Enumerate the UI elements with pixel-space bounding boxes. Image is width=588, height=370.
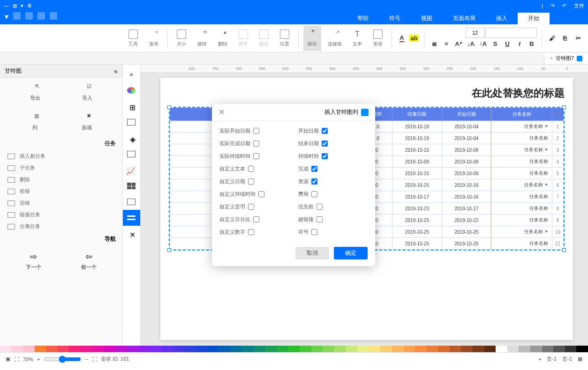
clear-format-icon[interactable]: Aˣ [453, 39, 464, 49]
rotate-button[interactable]: ⟲旋转 [193, 26, 211, 51]
zoom-slider[interactable] [44, 355, 81, 363]
nav-prev-button[interactable]: ⇦前一个 [81, 252, 97, 271]
italic-icon[interactable]: I [514, 39, 525, 49]
tab-symbol[interactable]: 符号 [379, 13, 411, 24]
color-swatch[interactable] [11, 346, 23, 352]
dialog-close-icon[interactable]: ✕ [219, 108, 225, 117]
qat-window4-icon[interactable] [13, 12, 21, 20]
color-swatch[interactable] [115, 346, 127, 352]
vt-gantt-icon[interactable] [122, 210, 140, 226]
column-checkbox[interactable]: 自定义百分比 [219, 216, 289, 223]
color-swatch[interactable] [530, 346, 542, 352]
color-swatch[interactable] [35, 346, 46, 352]
color-swatch[interactable] [81, 346, 92, 352]
column-checkbox[interactable]: 结束日期 [298, 140, 368, 147]
column-checkbox[interactable]: 符号 [298, 229, 368, 236]
color-swatch[interactable] [357, 346, 369, 352]
color-swatch[interactable] [219, 346, 231, 352]
align-icon[interactable]: ≣ [429, 39, 439, 49]
paint-icon[interactable]: 🖌 [547, 33, 557, 44]
zoom-value[interactable]: 70% [23, 356, 33, 362]
font-size-select[interactable] [466, 28, 484, 38]
page-select[interactable]: 页-1 [547, 355, 557, 363]
color-swatch[interactable] [46, 346, 58, 352]
color-swatch[interactable] [184, 346, 196, 352]
color-swatch[interactable] [369, 346, 381, 352]
tab-start[interactable]: 开始 [518, 13, 550, 24]
color-swatch[interactable] [380, 346, 392, 352]
color-swatch[interactable] [288, 346, 300, 352]
strike-icon[interactable]: S [490, 39, 500, 49]
task-item[interactable]: 删除 [0, 174, 122, 185]
column-checkbox[interactable]: 自定义文本 [219, 165, 289, 172]
color-swatch[interactable] [461, 346, 473, 352]
doc-tab-close-icon[interactable]: × [550, 56, 553, 61]
vt-chart-icon[interactable]: 📈 [122, 162, 140, 178]
color-swatch[interactable] [58, 346, 69, 352]
tab-view[interactable]: 视图 [411, 13, 443, 24]
task-item[interactable]: 分离任务 [0, 221, 122, 232]
vt-page-icon[interactable] [122, 146, 140, 162]
underline-icon[interactable]: U [502, 39, 513, 49]
color-swatch[interactable] [404, 346, 415, 352]
vt-shapes-icon[interactable]: ⊞ [122, 98, 140, 114]
column-checkbox[interactable]: 自定义持续时间 [219, 191, 289, 198]
font-color-icon[interactable]: A [397, 33, 407, 44]
zoom-out-icon[interactable]: − [85, 356, 88, 362]
color-swatch[interactable] [265, 346, 277, 352]
shape-fill-button[interactable]: 形状 [369, 26, 387, 51]
apps-icon[interactable]: ⊞ [13, 3, 17, 9]
task-item[interactable]: 子任务 [0, 162, 122, 174]
present-icon[interactable]: ▣ [6, 356, 10, 362]
color-swatch[interactable] [92, 346, 104, 352]
color-swatch[interactable] [553, 346, 565, 352]
color-swatch[interactable] [23, 346, 35, 352]
color-swatch[interactable] [334, 346, 346, 352]
columns-button[interactable]: ▥列 [30, 113, 39, 131]
color-swatch[interactable] [484, 346, 496, 352]
column-checkbox[interactable]: 优先权 [298, 203, 368, 210]
zoom-in-icon[interactable]: + [37, 356, 40, 362]
color-swatch[interactable] [150, 346, 161, 352]
qat-dropdown-icon[interactable]: ▾ [5, 12, 8, 21]
doc-tab[interactable]: 甘特图7 × [544, 53, 588, 64]
color-swatch[interactable] [242, 346, 254, 352]
color-swatch[interactable] [0, 346, 11, 352]
canvas[interactable]: 0501001502002503003504004505005506006507… [141, 65, 588, 346]
color-swatch[interactable] [323, 346, 334, 352]
column-checkbox[interactable]: 实际持续时间 [219, 153, 289, 160]
page-title[interactable]: 在此处替换您的标题 [169, 86, 565, 100]
column-checkbox[interactable]: 自定义货币 [219, 203, 289, 210]
column-checkbox[interactable]: 超链接 [298, 216, 368, 223]
color-swatch[interactable] [254, 346, 265, 352]
column-checkbox[interactable]: 持续时间 [298, 153, 368, 160]
panel-collapse-icon[interactable]: » [114, 67, 118, 75]
task-item[interactable]: 前移 [0, 185, 122, 197]
color-swatch[interactable] [542, 346, 554, 352]
size-button[interactable]: 大小 [173, 26, 190, 51]
fullscreen-icon[interactable]: ⛶ [14, 356, 19, 362]
color-swatch[interactable] [69, 346, 81, 352]
export-button[interactable]: ⇱导出 [30, 83, 40, 102]
color-swatch[interactable] [138, 346, 150, 352]
minimize-icon[interactable]: — [4, 3, 9, 8]
add-page-icon[interactable]: + [538, 356, 541, 362]
vt-layers-icon[interactable]: ◈ [122, 130, 140, 146]
selection-handle[interactable] [562, 248, 566, 252]
dropdown-icon[interactable]: ▾ [21, 3, 23, 9]
bullet-icon[interactable]: ≡ [441, 39, 452, 49]
task-item[interactable]: 插入新任务 [0, 150, 122, 162]
color-swatch[interactable] [576, 346, 588, 352]
qat-window3-icon[interactable] [25, 12, 33, 20]
color-swatch[interactable] [415, 346, 427, 352]
tools-button[interactable]: 工具 [124, 26, 142, 51]
color-swatch[interactable] [450, 346, 461, 352]
column-checkbox[interactable]: 费用 [298, 191, 368, 198]
color-swatch[interactable] [438, 346, 450, 352]
color-swatch[interactable] [207, 346, 219, 352]
options-button[interactable]: ✖选项 [82, 113, 92, 131]
font-family-select[interactable] [485, 28, 537, 38]
copy-icon[interactable]: ⎘ [560, 33, 570, 44]
selection-handle[interactable] [562, 105, 566, 109]
nav-next-button[interactable]: ⇨下一个 [26, 252, 41, 271]
